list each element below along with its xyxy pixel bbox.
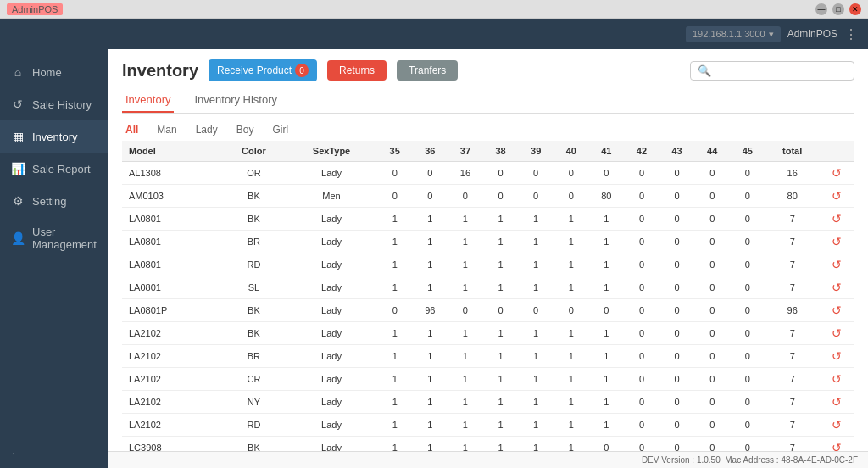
sidebar-item-home[interactable]: ⌂ Home — [0, 56, 108, 88]
sidebar-item-label: User Management — [32, 226, 98, 251]
inventory-tabs: Inventory Inventory History — [122, 90, 854, 114]
table-cell: 0 — [518, 162, 554, 185]
filter-man[interactable]: Man — [153, 122, 180, 137]
refresh-row-button[interactable]: ↺ — [832, 189, 842, 203]
table-action-cell: ↺ — [820, 299, 854, 322]
table-cell: 0 — [659, 345, 695, 368]
table-cell: 1 — [377, 276, 413, 299]
receive-product-button[interactable]: Receive Product 0 — [209, 59, 317, 81]
table-cell: 0 — [659, 276, 695, 299]
minimize-button[interactable]: — — [815, 3, 827, 15]
refresh-row-button[interactable]: ↺ — [832, 395, 842, 409]
table-cell: 1 — [483, 208, 519, 231]
table-cell: 7 — [765, 231, 820, 254]
receive-badge: 0 — [295, 64, 309, 77]
table-cell: 1 — [377, 414, 413, 437]
close-button[interactable]: ✕ — [849, 3, 861, 15]
table-cell: 0 — [694, 345, 730, 368]
table-cell: 0 — [624, 391, 659, 414]
filter-lady[interactable]: Lady — [192, 122, 221, 137]
table-cell: 0 — [730, 162, 765, 185]
table-cell: RD — [222, 254, 286, 276]
tab-inventory-history[interactable]: Inventory History — [191, 90, 281, 113]
table-cell: 1 — [483, 254, 519, 276]
table-cell: 1 — [413, 368, 448, 391]
filter-boy[interactable]: Boy — [233, 122, 258, 137]
table-cell: 0 — [624, 208, 659, 231]
table-cell: LA2102 — [122, 414, 222, 437]
table-cell: 1 — [589, 231, 625, 254]
table-cell: 1 — [413, 414, 448, 437]
status-bar: DEV Version : 1.0.50 Mac Address : 48-8A… — [108, 451, 868, 468]
sidebar-item-sale-report[interactable]: 📊 Sale Report — [0, 153, 108, 185]
table-cell: 1 — [554, 231, 589, 254]
table-cell: LA2102 — [122, 368, 222, 391]
search-input[interactable] — [711, 64, 847, 76]
returns-button[interactable]: Returns — [327, 60, 387, 81]
table-cell: 1 — [448, 208, 483, 231]
refresh-row-button[interactable]: ↺ — [832, 326, 842, 340]
back-button[interactable]: ← — [10, 447, 98, 460]
page-title-row: Inventory Receive Product 0 Returns Tran… — [122, 59, 458, 81]
server-address: 192.168.1.1:3000 — [693, 29, 765, 39]
refresh-row-button[interactable]: ↺ — [832, 212, 842, 226]
app-title-badge: AdminPOS — [7, 3, 63, 15]
table-cell: 0 — [730, 231, 765, 254]
tab-inventory[interactable]: Inventory — [122, 90, 174, 113]
table-cell: 0 — [659, 322, 695, 345]
table-cell: 0 — [483, 162, 519, 185]
filter-all[interactable]: All — [122, 122, 142, 137]
table-cell: 1 — [377, 231, 413, 254]
table-action-cell: ↺ — [820, 231, 854, 254]
table-cell: 0 — [730, 437, 765, 452]
table-cell: 7 — [765, 322, 820, 345]
table-cell: 1 — [377, 368, 413, 391]
refresh-row-button[interactable]: ↺ — [832, 281, 842, 294]
refresh-row-button[interactable]: ↺ — [832, 235, 842, 248]
table-cell: LA2102 — [122, 345, 222, 368]
sidebar-item-setting[interactable]: ⚙ Setting — [0, 185, 108, 217]
window-controls: — □ ✕ — [815, 3, 861, 15]
refresh-row-button[interactable]: ↺ — [832, 441, 842, 451]
sidebar-item-label: Inventory — [32, 131, 77, 143]
table-cell: 0 — [554, 162, 589, 185]
refresh-row-button[interactable]: ↺ — [832, 372, 842, 386]
table-cell: 0 — [624, 254, 659, 276]
table-cell: 1 — [448, 368, 483, 391]
server-info: 192.168.1.1:3000 ▾ — [686, 26, 781, 42]
refresh-row-button[interactable]: ↺ — [832, 304, 842, 317]
table-cell: 1 — [413, 231, 448, 254]
table-cell: 1 — [483, 276, 519, 299]
table-cell: 1 — [589, 276, 625, 299]
transfers-button[interactable]: Tranfers — [397, 60, 458, 81]
refresh-row-button[interactable]: ↺ — [832, 349, 842, 363]
filter-girl[interactable]: Girl — [269, 122, 292, 137]
table-cell: 1 — [413, 322, 448, 345]
table-cell: 0 — [694, 368, 730, 391]
table-cell: AL1308 — [122, 162, 222, 185]
refresh-row-button[interactable]: ↺ — [832, 258, 842, 271]
table-cell: LA2102 — [122, 322, 222, 345]
maximize-button[interactable]: □ — [832, 3, 844, 15]
table-cell: 0 — [589, 162, 625, 185]
table-row: LA0801SLLady111111100007↺ — [122, 276, 854, 299]
table-cell: 0 — [483, 185, 519, 208]
table-cell: 0 — [624, 414, 659, 437]
refresh-row-button[interactable]: ↺ — [832, 418, 842, 432]
table-cell: 1 — [377, 322, 413, 345]
table-cell: Lady — [286, 345, 377, 368]
table-cell: 0 — [694, 414, 730, 437]
more-options-icon[interactable]: ⋮ — [844, 26, 858, 42]
table-cell: 0 — [694, 391, 730, 414]
app-body: ⌂ Home ↺ Sale History ▦ Inventory 📊 Sale… — [0, 49, 868, 468]
table-cell: 0 — [694, 299, 730, 322]
sidebar-item-inventory[interactable]: ▦ Inventory — [0, 120, 108, 153]
table-row: AL1308ORLady00160000000016↺ — [122, 162, 854, 185]
table-row: LA2102BKLady111111100007↺ — [122, 322, 854, 345]
table-cell: Lady — [286, 414, 377, 437]
chevron-down-icon: ▾ — [769, 29, 774, 40]
sidebar-item-sale-history[interactable]: ↺ Sale History — [0, 88, 108, 120]
sidebar-item-user-management[interactable]: 👤 User Management — [0, 217, 108, 259]
table-cell: 0 — [730, 276, 765, 299]
refresh-row-button[interactable]: ↺ — [832, 166, 842, 180]
